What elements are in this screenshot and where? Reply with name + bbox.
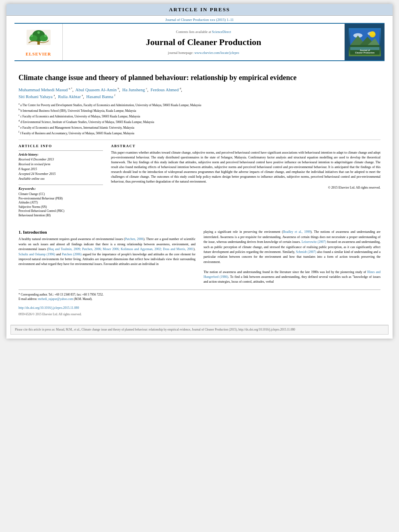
author-yahaya: Siti Rohani Yahaya — [19, 94, 53, 99]
cleaner-production-logo: Journal of Cleaner Production — [344, 24, 385, 60]
received-date: Received 4 December 2013 — [19, 157, 103, 162]
author-alamin: Abul Quasem Al-Amin — [75, 87, 117, 92]
author-banna: Hasanul Banna — [86, 94, 113, 99]
article-info-abstract: ARTICLE INFO Article history: Received 4… — [19, 140, 380, 218]
ref-patchen2: Patchen (2006) — [62, 253, 82, 256]
journal-header: ELSEVIER Contents lists available at Sci… — [14, 23, 385, 61]
keyword-4: Subjective Norms (SN) — [19, 205, 103, 210]
ref-leiserowitz: Leiserowitz (2007) — [302, 240, 326, 244]
footnote-area: * Corresponding author. Tel.: +60 13 234… — [19, 290, 380, 317]
svg-point-3 — [29, 35, 37, 41]
intro-heading: 1. Introduction — [19, 230, 195, 234]
keywords-section: Keywords: Climate Change (CC) Pro-enviro… — [19, 185, 103, 218]
intro-right-col: playing a significant role in preserving… — [204, 230, 380, 284]
sciencedirect-link[interactable]: ScienceDirect — [212, 30, 231, 34]
ref-schmidt: Schmidt (2007) — [296, 250, 316, 254]
affiliation-a: a a The Centre for Poverty and Developme… — [19, 102, 380, 107]
affiliation-e: e e Faculty of Economics and Management … — [19, 125, 380, 130]
ref-huq: Huq and Toulmin, 2009; Patchen, 2006; Mo… — [48, 247, 193, 251]
abstract-text: This paper examines whether attitudes to… — [111, 150, 380, 184]
article-info-col: ARTICLE INFO Article history: Received 4… — [19, 144, 103, 218]
ref-bradley: Bradley et al., 1999 — [283, 230, 311, 234]
article-title: Climate change issue and theory of plann… — [19, 73, 380, 82]
journal-citation: Journal of Cleaner Production xxx (2015)… — [6, 16, 393, 23]
ref-hines: Hines and Hungerford (1986) — [204, 270, 380, 279]
journal-homepage-line: journal homepage: www.elsevier.com/locat… — [168, 51, 239, 55]
journal-title: Journal of Cleaner Production — [146, 37, 261, 47]
keyword-5: Perceived Behavioural Control (PBC) — [19, 209, 103, 214]
keyword-3: Attitudes (ATT) — [19, 201, 103, 205]
email-line: E-mail address: mehedi_rajapur@yahoo.com… — [19, 297, 380, 301]
received-revised-label: Received in revised form — [19, 162, 103, 167]
svg-text:Cleaner Production: Cleaner Production — [355, 51, 374, 54]
sciencedirect-line: Contents lists available at ScienceDirec… — [176, 30, 231, 34]
banner-text: ARTICLE IN PRESS — [169, 6, 230, 12]
email-label: E-mail address: — [19, 297, 37, 301]
revised-date: 8 August 2015 — [19, 167, 103, 172]
abstract-col: ABSTRACT This paper examines whether att… — [111, 144, 380, 218]
email-address[interactable]: mehedi_rajapur@yahoo.com — [38, 297, 73, 301]
article-history: Article history: Received 4 December 201… — [19, 150, 103, 181]
author-junsheng: Ha Junsheng — [122, 87, 145, 92]
svg-point-7 — [37, 31, 40, 34]
keyword-1: Climate Change (CC) — [19, 192, 103, 197]
keyword-6: Behavioural Intention (BI) — [19, 214, 103, 218]
copyright-line: © 2015 Elsevier Ltd. All rights reserved… — [111, 186, 380, 189]
elsevier-tree-icon — [25, 28, 53, 50]
doi-link[interactable]: http://dx.doi.org/10.1016/j.jclepro.2015… — [19, 306, 380, 310]
svg-point-4 — [40, 35, 48, 41]
author-masud: Muhammad Mehedi Masud — [19, 87, 68, 92]
intro-left-col: 1. Introduction A healthy natural enviro… — [19, 230, 195, 284]
citation-bar: Please cite this article in press as: Ma… — [10, 325, 389, 335]
ref-schultz: Schultz and Oskamp (1996) — [19, 253, 55, 256]
affiliation-b: b b International Business School (IBS),… — [19, 108, 380, 113]
issn-line: 0959-6526/© 2015 Elsevier Ltd. All right… — [19, 312, 380, 316]
author-akhtar: Rulia Akhtar — [58, 94, 81, 99]
email-suffix: (M.M. Masud). — [74, 297, 93, 301]
author-ahmed: Ferdous Ahmed — [150, 87, 179, 92]
corresponding-note: * Corresponding author. Tel.: +60 13 234… — [19, 292, 380, 297]
intro-heading-text: 1. Introduction — [19, 230, 47, 234]
publisher-logo: ELSEVIER — [14, 24, 63, 60]
elsevier-label: ELSEVIER — [26, 51, 51, 56]
journal-center: Contents lists available at ScienceDirec… — [63, 24, 344, 60]
keywords-label: Keywords: — [19, 187, 103, 191]
introduction-section: 1. Introduction A healthy natural enviro… — [19, 226, 380, 284]
authors-line: Muhammad Mehedi Masud a, *, Abul Quasem … — [19, 86, 380, 100]
svg-point-6 — [44, 35, 47, 37]
accepted-date: Accepted 24 November 2015 — [19, 172, 103, 177]
ref-patchen-2006: Patchen, 2006 — [125, 237, 144, 241]
svg-point-5 — [31, 35, 33, 37]
affiliation-d: d d Environmental Science, Institute of … — [19, 119, 380, 124]
sciencedirect-label: Contents lists available at — [176, 30, 211, 34]
affiliation-c: c c Faculty of Economics and Administrat… — [19, 113, 380, 119]
intro-right-text: playing a significant role in preserving… — [204, 230, 380, 284]
abstract-label: ABSTRACT — [111, 144, 380, 148]
citation-text: Please cite this article in press as: Ma… — [15, 328, 295, 331]
journal-citation-text: Journal of Cleaner Production xxx (2015)… — [165, 18, 234, 22]
cleaner-prod-image: Journal of Cleaner Production — [349, 28, 381, 56]
available-online: Available online xxx — [19, 177, 103, 181]
affiliation-f: f f Faculty of Business and Accountancy,… — [19, 130, 380, 136]
article-info-label: ARTICLE INFO — [19, 144, 103, 148]
homepage-label: journal homepage: — [168, 51, 194, 55]
history-label: Article history: — [19, 152, 103, 157]
page: ARTICLE IN PRESS Journal of Cleaner Prod… — [6, 4, 393, 339]
keyword-2: Pro-environmental Behaviour (PEB) — [19, 197, 103, 201]
cleaner-prod-scene: Journal of Cleaner Production — [350, 30, 380, 55]
affiliations: a a The Centre for Poverty and Developme… — [19, 102, 380, 136]
svg-point-17 — [369, 31, 375, 37]
intro-left-text: A healthy natural environment requires g… — [19, 237, 195, 267]
homepage-link[interactable]: www.elsevier.com/locate/jclepro — [194, 51, 239, 55]
main-content: Climate change issue and theory of plann… — [6, 61, 393, 321]
article-in-press-banner: ARTICLE IN PRESS — [6, 4, 393, 16]
